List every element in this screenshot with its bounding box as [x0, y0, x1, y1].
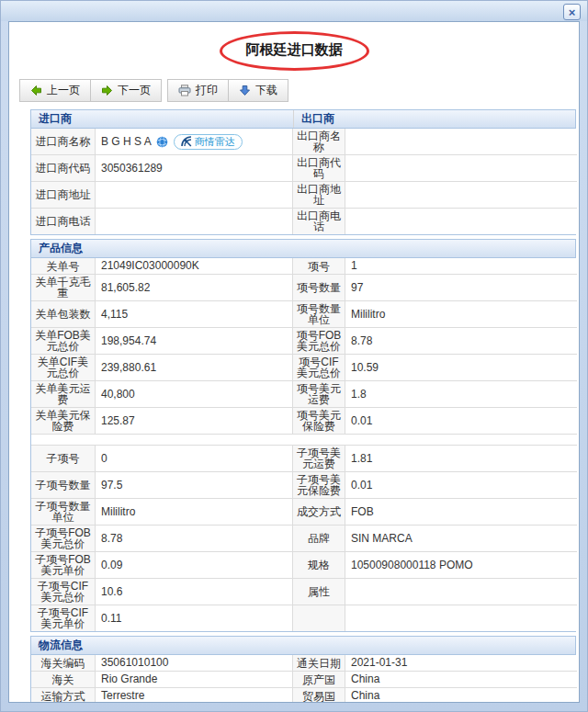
field-value: 1.81	[345, 446, 577, 472]
field-value	[96, 182, 293, 209]
importer-name-text: B G H S A	[101, 136, 152, 148]
field-label: 关单FOB美元总价	[31, 328, 96, 355]
field-value: 1	[345, 258, 577, 275]
field-label: 关单美元保险费	[31, 408, 96, 435]
content-panel: 阿根廷进口数据 上一页下一页打印下载 进口商出口商进口商名称B G H S A商…	[8, 21, 580, 703]
field-label: 进口商代码	[31, 155, 96, 182]
field-label: 进口商电话	[31, 209, 96, 234]
field-value	[345, 605, 577, 631]
field-label: 关单号	[31, 258, 96, 275]
field-label: 子项号数量单位	[31, 499, 96, 526]
table-row: 进口商代码3050361289出口商代码	[31, 155, 577, 182]
table-row: 进口商地址出口商地址	[31, 182, 577, 209]
field-label: 子项号CIF美元单价	[31, 605, 96, 631]
toolbar-button-prev-arrow[interactable]: 上一页	[20, 80, 91, 101]
radar-icon	[181, 136, 192, 147]
field-label: 原产国	[293, 672, 345, 688]
table-row: 关单包装数4,115项号数量单位Mililitro	[31, 301, 577, 328]
table-row: 关单CIF美元总价239,880.61项号CIF美元总价10.59	[31, 355, 577, 381]
section-header-label: 物流信息	[39, 639, 83, 651]
field-value	[96, 209, 293, 234]
field-value: B G H S A商情雷达	[96, 129, 293, 155]
field-value: FOB	[345, 499, 577, 526]
table-row: 关单千克毛重81,605.82项号数量97	[31, 275, 577, 301]
field-label: 规格	[293, 552, 345, 579]
field-value: SIN MARCA	[345, 526, 577, 552]
field-label: 关单千克毛重	[31, 275, 96, 301]
toolbar-button-label: 上一页	[47, 83, 80, 98]
section-table: 海关编码35061010100通关日期2021-01-31海关Rio Grand…	[31, 655, 577, 703]
close-button[interactable]: ×	[563, 4, 581, 20]
field-value: 97	[345, 275, 577, 301]
field-label: 子项号数量	[31, 472, 96, 499]
field-label: 项号数量单位	[293, 301, 345, 328]
field-value: Mililitro	[345, 301, 577, 328]
section-header-label: 进口商	[31, 110, 293, 128]
section-header: 物流信息	[31, 637, 575, 655]
section-table: 关单号21049IC03000090K项号1关单千克毛重81,605.82项号数…	[31, 258, 577, 631]
toolbar-button-printer[interactable]: 打印	[168, 80, 229, 101]
section-product: 产品信息关单号21049IC03000090K项号1关单千克毛重81,605.8…	[30, 239, 576, 632]
field-label: 成交方式	[293, 499, 345, 526]
section-header-label: 产品信息	[39, 242, 83, 254]
toolbar-button-next-arrow[interactable]: 下一页	[91, 80, 161, 101]
field-value: Terrestre	[96, 688, 293, 703]
section-header-label: 出口商	[293, 110, 575, 128]
field-value: 10.59	[345, 355, 577, 381]
field-label: 关单包装数	[31, 301, 96, 328]
page-title: 阿根廷进口数据	[246, 41, 343, 59]
field-value	[345, 579, 577, 605]
table-row: 海关Rio Grande原产国China	[31, 672, 577, 688]
toolbar-button-group: 上一页下一页	[19, 79, 162, 102]
field-label: 项号CIF美元总价	[293, 355, 345, 381]
table-row: 子项号FOB美元总价8.78品牌SIN MARCA	[31, 526, 577, 552]
table-row: 子项号0子项号美元运费1.81	[31, 446, 577, 472]
section-header: 进口商出口商	[31, 110, 575, 129]
field-value	[345, 129, 577, 155]
toolbar-button-label: 下一页	[118, 83, 151, 98]
business-radar-badge-label: 商情雷达	[195, 136, 235, 148]
field-label: 子项号	[31, 446, 96, 472]
table-row: 子项号CIF美元总价10.6属性	[31, 579, 577, 605]
field-label: 关单CIF美元总价	[31, 355, 96, 381]
section-trader: 进口商出口商进口商名称B G H S A商情雷达出口商名称进口商代码305036…	[30, 109, 576, 235]
prev-arrow-icon	[30, 85, 42, 96]
field-label: 项号	[293, 258, 345, 275]
table-row: 关单FOB美元总价198,954.74项号FOB美元总价8.78	[31, 328, 577, 355]
field-value: 0.11	[96, 605, 293, 631]
toolbar-button-label: 下载	[255, 83, 277, 98]
field-value: 198,954.74	[96, 328, 293, 355]
toolbar-button-download-arrow[interactable]: 下载	[229, 80, 288, 101]
globe-icon[interactable]	[156, 136, 168, 148]
field-label: 项号FOB美元总价	[293, 328, 345, 355]
toolbar-button-group: 打印下载	[167, 79, 288, 102]
close-icon: ×	[569, 6, 576, 18]
table-row: 子项号CIF美元单价0.11	[31, 605, 577, 631]
download-arrow-icon	[239, 85, 251, 96]
field-label: 进口商地址	[31, 182, 96, 209]
field-value: 10.6	[96, 579, 293, 605]
field-value: 8.78	[96, 526, 293, 552]
field-value: 0	[96, 446, 293, 472]
field-label: 属性	[293, 579, 345, 605]
field-value: Rio Grande	[96, 672, 293, 688]
field-value: 10500908000118 POMO	[345, 552, 577, 579]
field-value: 3050361289	[96, 155, 293, 182]
table-row: 子项号FOB美元单价0.09规格10500908000118 POMO	[31, 552, 577, 579]
field-label: 子项号CIF美元总价	[31, 579, 96, 605]
field-value	[345, 182, 577, 209]
toolbar: 上一页下一页打印下载	[19, 79, 579, 102]
field-value: 40,800	[96, 381, 293, 408]
field-label: 运输方式	[31, 688, 96, 703]
field-label: 项号美元保险费	[293, 408, 345, 435]
window-titlebar: ×	[1, 1, 587, 21]
red-ellipse-annotation: 阿根廷进口数据	[220, 31, 369, 71]
section-logistics: 物流信息海关编码35061010100通关日期2021-01-31海关Rio G…	[30, 636, 576, 703]
field-label: 品牌	[293, 526, 345, 552]
field-label: 子项号美元运费	[293, 446, 345, 472]
business-radar-badge[interactable]: 商情雷达	[174, 134, 243, 150]
spacer-row-cell	[31, 435, 577, 446]
field-label	[293, 605, 345, 631]
field-value: 21049IC03000090K	[96, 258, 293, 275]
field-value: 8.78	[345, 328, 577, 355]
